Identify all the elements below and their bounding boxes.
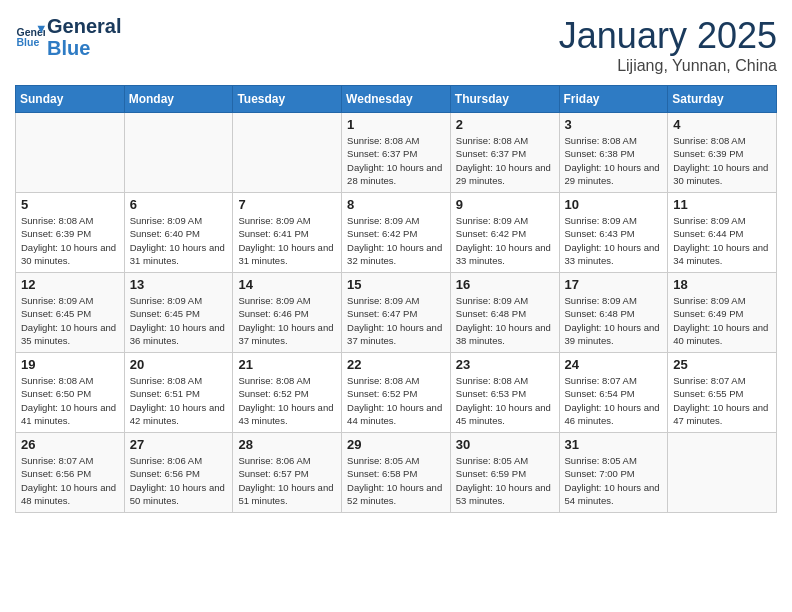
calendar-cell: 31Sunrise: 8:05 AMSunset: 7:00 PMDayligh… (559, 433, 668, 513)
day-number: 23 (456, 357, 554, 372)
day-number: 19 (21, 357, 119, 372)
calendar-cell: 27Sunrise: 8:06 AMSunset: 6:56 PMDayligh… (124, 433, 233, 513)
location-title: Lijiang, Yunnan, China (559, 57, 777, 75)
day-number: 9 (456, 197, 554, 212)
day-info: Sunrise: 8:08 AMSunset: 6:50 PMDaylight:… (21, 374, 119, 427)
day-info: Sunrise: 8:07 AMSunset: 6:54 PMDaylight:… (565, 374, 663, 427)
day-info: Sunrise: 8:08 AMSunset: 6:39 PMDaylight:… (673, 134, 771, 187)
day-info: Sunrise: 8:09 AMSunset: 6:41 PMDaylight:… (238, 214, 336, 267)
day-number: 13 (130, 277, 228, 292)
svg-text:Blue: Blue (17, 36, 40, 48)
calendar-cell (124, 113, 233, 193)
day-info: Sunrise: 8:09 AMSunset: 6:44 PMDaylight:… (673, 214, 771, 267)
title-area: January 2025 Lijiang, Yunnan, China (559, 15, 777, 75)
day-info: Sunrise: 8:08 AMSunset: 6:52 PMDaylight:… (347, 374, 445, 427)
calendar-cell: 23Sunrise: 8:08 AMSunset: 6:53 PMDayligh… (450, 353, 559, 433)
calendar-cell: 9Sunrise: 8:09 AMSunset: 6:42 PMDaylight… (450, 193, 559, 273)
day-info: Sunrise: 8:05 AMSunset: 7:00 PMDaylight:… (565, 454, 663, 507)
day-number: 30 (456, 437, 554, 452)
day-number: 17 (565, 277, 663, 292)
day-number: 4 (673, 117, 771, 132)
col-tuesday: Tuesday (233, 86, 342, 113)
calendar-cell: 6Sunrise: 8:09 AMSunset: 6:40 PMDaylight… (124, 193, 233, 273)
day-info: Sunrise: 8:09 AMSunset: 6:48 PMDaylight:… (456, 294, 554, 347)
calendar-table: Sunday Monday Tuesday Wednesday Thursday… (15, 85, 777, 513)
day-info: Sunrise: 8:06 AMSunset: 6:57 PMDaylight:… (238, 454, 336, 507)
calendar-cell: 24Sunrise: 8:07 AMSunset: 6:54 PMDayligh… (559, 353, 668, 433)
calendar-cell: 12Sunrise: 8:09 AMSunset: 6:45 PMDayligh… (16, 273, 125, 353)
day-number: 21 (238, 357, 336, 372)
col-thursday: Thursday (450, 86, 559, 113)
week-row-1: 1Sunrise: 8:08 AMSunset: 6:37 PMDaylight… (16, 113, 777, 193)
day-number: 24 (565, 357, 663, 372)
col-monday: Monday (124, 86, 233, 113)
day-number: 26 (21, 437, 119, 452)
day-number: 12 (21, 277, 119, 292)
calendar-cell: 8Sunrise: 8:09 AMSunset: 6:42 PMDaylight… (342, 193, 451, 273)
col-sunday: Sunday (16, 86, 125, 113)
calendar-cell: 2Sunrise: 8:08 AMSunset: 6:37 PMDaylight… (450, 113, 559, 193)
calendar-cell: 25Sunrise: 8:07 AMSunset: 6:55 PMDayligh… (668, 353, 777, 433)
day-number: 7 (238, 197, 336, 212)
logo-text: GeneralBlue (47, 15, 121, 59)
calendar-cell: 28Sunrise: 8:06 AMSunset: 6:57 PMDayligh… (233, 433, 342, 513)
page-header: General Blue GeneralBlue January 2025 Li… (15, 15, 777, 75)
calendar-cell (668, 433, 777, 513)
calendar-cell: 22Sunrise: 8:08 AMSunset: 6:52 PMDayligh… (342, 353, 451, 433)
calendar-cell: 11Sunrise: 8:09 AMSunset: 6:44 PMDayligh… (668, 193, 777, 273)
calendar-cell: 14Sunrise: 8:09 AMSunset: 6:46 PMDayligh… (233, 273, 342, 353)
day-info: Sunrise: 8:08 AMSunset: 6:53 PMDaylight:… (456, 374, 554, 427)
day-number: 16 (456, 277, 554, 292)
day-info: Sunrise: 8:05 AMSunset: 6:58 PMDaylight:… (347, 454, 445, 507)
day-info: Sunrise: 8:09 AMSunset: 6:45 PMDaylight:… (21, 294, 119, 347)
day-number: 6 (130, 197, 228, 212)
day-info: Sunrise: 8:08 AMSunset: 6:51 PMDaylight:… (130, 374, 228, 427)
col-friday: Friday (559, 86, 668, 113)
day-info: Sunrise: 8:09 AMSunset: 6:43 PMDaylight:… (565, 214, 663, 267)
day-number: 15 (347, 277, 445, 292)
day-number: 11 (673, 197, 771, 212)
day-number: 22 (347, 357, 445, 372)
calendar-cell: 17Sunrise: 8:09 AMSunset: 6:48 PMDayligh… (559, 273, 668, 353)
calendar-cell: 3Sunrise: 8:08 AMSunset: 6:38 PMDaylight… (559, 113, 668, 193)
day-number: 3 (565, 117, 663, 132)
day-number: 1 (347, 117, 445, 132)
day-info: Sunrise: 8:09 AMSunset: 6:47 PMDaylight:… (347, 294, 445, 347)
day-info: Sunrise: 8:07 AMSunset: 6:55 PMDaylight:… (673, 374, 771, 427)
day-info: Sunrise: 8:08 AMSunset: 6:37 PMDaylight:… (347, 134, 445, 187)
day-info: Sunrise: 8:09 AMSunset: 6:42 PMDaylight:… (347, 214, 445, 267)
day-number: 5 (21, 197, 119, 212)
day-info: Sunrise: 8:09 AMSunset: 6:49 PMDaylight:… (673, 294, 771, 347)
day-info: Sunrise: 8:07 AMSunset: 6:56 PMDaylight:… (21, 454, 119, 507)
week-row-5: 26Sunrise: 8:07 AMSunset: 6:56 PMDayligh… (16, 433, 777, 513)
week-row-3: 12Sunrise: 8:09 AMSunset: 6:45 PMDayligh… (16, 273, 777, 353)
day-number: 2 (456, 117, 554, 132)
calendar-cell: 15Sunrise: 8:09 AMSunset: 6:47 PMDayligh… (342, 273, 451, 353)
calendar-cell: 1Sunrise: 8:08 AMSunset: 6:37 PMDaylight… (342, 113, 451, 193)
calendar-cell: 16Sunrise: 8:09 AMSunset: 6:48 PMDayligh… (450, 273, 559, 353)
day-info: Sunrise: 8:09 AMSunset: 6:45 PMDaylight:… (130, 294, 228, 347)
day-info: Sunrise: 8:09 AMSunset: 6:42 PMDaylight:… (456, 214, 554, 267)
day-number: 25 (673, 357, 771, 372)
logo: General Blue GeneralBlue (15, 15, 121, 59)
calendar-cell: 29Sunrise: 8:05 AMSunset: 6:58 PMDayligh… (342, 433, 451, 513)
calendar-cell: 10Sunrise: 8:09 AMSunset: 6:43 PMDayligh… (559, 193, 668, 273)
calendar-cell: 7Sunrise: 8:09 AMSunset: 6:41 PMDaylight… (233, 193, 342, 273)
day-number: 18 (673, 277, 771, 292)
day-number: 14 (238, 277, 336, 292)
calendar-cell: 13Sunrise: 8:09 AMSunset: 6:45 PMDayligh… (124, 273, 233, 353)
calendar-cell: 20Sunrise: 8:08 AMSunset: 6:51 PMDayligh… (124, 353, 233, 433)
calendar-cell: 4Sunrise: 8:08 AMSunset: 6:39 PMDaylight… (668, 113, 777, 193)
day-number: 27 (130, 437, 228, 452)
day-number: 31 (565, 437, 663, 452)
day-number: 8 (347, 197, 445, 212)
day-info: Sunrise: 8:09 AMSunset: 6:48 PMDaylight:… (565, 294, 663, 347)
logo-icon: General Blue (15, 22, 45, 52)
calendar-cell: 26Sunrise: 8:07 AMSunset: 6:56 PMDayligh… (16, 433, 125, 513)
day-info: Sunrise: 8:05 AMSunset: 6:59 PMDaylight:… (456, 454, 554, 507)
col-saturday: Saturday (668, 86, 777, 113)
calendar-cell: 5Sunrise: 8:08 AMSunset: 6:39 PMDaylight… (16, 193, 125, 273)
month-title: January 2025 (559, 15, 777, 57)
week-row-2: 5Sunrise: 8:08 AMSunset: 6:39 PMDaylight… (16, 193, 777, 273)
calendar-header-row: Sunday Monday Tuesday Wednesday Thursday… (16, 86, 777, 113)
